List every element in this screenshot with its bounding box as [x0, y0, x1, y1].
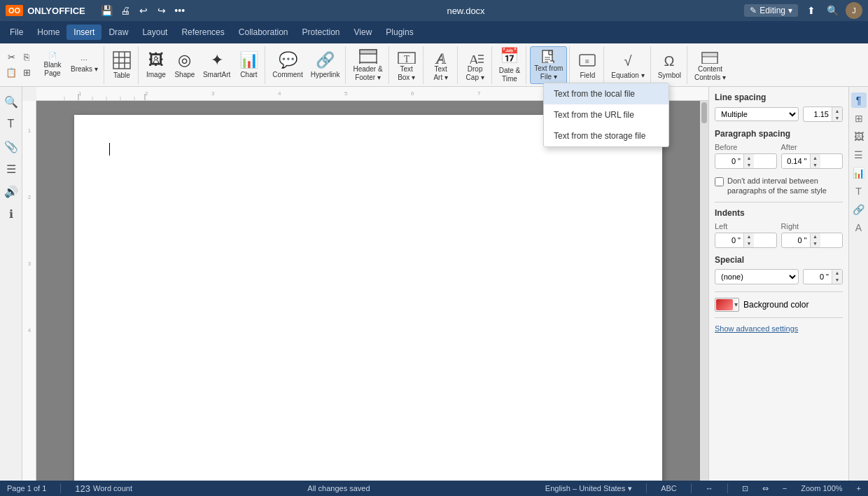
right-sidebar-list[interactable]: ☰ [851, 147, 867, 163]
right-sidebar-table[interactable]: ⊞ [851, 111, 867, 126]
sidebar-audio-icon[interactable]: 🔊 [2, 182, 20, 200]
drop-cap-btn[interactable]: A DropCap ▾ [461, 46, 489, 84]
before-input[interactable] [715, 156, 743, 167]
zoom-out-btn[interactable]: − [783, 484, 787, 492]
menu-file[interactable]: File [3, 25, 30, 40]
special-up[interactable]: ▲ [832, 270, 842, 277]
field-btn[interactable]: ≡ Field [573, 46, 601, 84]
dropdown-url-file[interactable]: Text from the URL file [544, 104, 668, 125]
right-sidebar-text[interactable]: T [851, 184, 867, 199]
vertical-scrollbar[interactable] [700, 101, 708, 481]
sidebar-search-icon[interactable]: 🔍 [2, 92, 20, 111]
shape-btn[interactable]: ◎ Shape [171, 46, 199, 84]
menu-layout[interactable]: Layout [135, 25, 174, 40]
sidebar-attachment-icon[interactable]: 📎 [2, 137, 20, 156]
right-input[interactable] [782, 235, 810, 246]
doc-canvas[interactable] [36, 101, 700, 481]
language-selector[interactable]: English – United States ▾ [545, 484, 632, 493]
left-input[interactable] [715, 235, 743, 246]
cut-btn[interactable]: ✂ [4, 50, 18, 64]
fit-page-btn[interactable]: ⊡ [742, 484, 748, 493]
editing-badge[interactable]: ✎ Editing ▾ [744, 4, 798, 17]
right-down[interactable]: ▼ [811, 240, 820, 247]
language-text: English – United States [545, 484, 625, 492]
line-spacing-up[interactable]: ▲ [832, 107, 842, 114]
blank-page-icon: 📄 [48, 52, 57, 60]
menu-references[interactable]: References [174, 25, 231, 40]
paste-btn[interactable]: 📋 [4, 66, 18, 80]
color-picker-btn[interactable]: ▾ [715, 298, 739, 312]
image-btn[interactable]: 🖼 Image [142, 46, 170, 84]
paste-special-btn[interactable]: ⊞ [20, 66, 34, 80]
menu-plugins[interactable]: Plugins [379, 25, 420, 40]
symbol-btn[interactable]: Ω Symbol [654, 46, 685, 84]
titlebar: OO ONLYOFFICE 💾 🖨 ↩ ↪ ••• new.docx ✎ Edi… [0, 0, 868, 21]
after-down[interactable]: ▼ [811, 161, 820, 168]
blank-page-btn[interactable]: 📄 BlankPage [38, 46, 66, 84]
color-dropdown-arrow[interactable]: ▾ [734, 301, 738, 308]
track-changes-btn[interactable]: ↔ [706, 484, 713, 492]
text-art-btn[interactable]: A TextArt ▾ [427, 46, 455, 84]
vertical-ruler: 1 2 3 4 [22, 101, 36, 481]
fit-width-btn[interactable]: ⇔ [762, 484, 769, 493]
statusbar-sep-3 [691, 483, 692, 493]
menu-protection[interactable]: Protection [295, 25, 347, 40]
menu-draw[interactable]: Draw [102, 25, 135, 40]
sidebar-text-icon[interactable]: T [2, 115, 20, 133]
right-sidebar-paragraph[interactable]: ¶ [851, 92, 867, 108]
comment-btn[interactable]: 💬 Comment [269, 46, 306, 84]
menu-insert[interactable]: Insert [66, 25, 102, 40]
menu-home[interactable]: Home [30, 25, 66, 40]
text-box-btn[interactable]: T TextBox ▾ [393, 46, 421, 84]
right-sidebar-image[interactable]: 🖼 [851, 129, 867, 144]
line-spacing-type[interactable]: Multiple Single 1.5 lines Double At leas… [715, 107, 799, 121]
search-titlebar-btn[interactable]: 🔍 [825, 3, 840, 18]
sidebar-info-icon[interactable]: ℹ [2, 205, 20, 223]
date-time-btn[interactable]: 📅 Date &Time [496, 46, 524, 84]
special-type[interactable]: (none) First line Hanging [715, 269, 799, 284]
word-count-btn[interactable]: 123 Word count [75, 483, 132, 494]
special-down[interactable]: ▼ [832, 277, 842, 284]
share-btn[interactable]: ⬆ [804, 3, 819, 18]
before-down[interactable]: ▼ [744, 161, 754, 168]
equation-btn[interactable]: √ Equation ▾ [608, 46, 648, 84]
doc-page[interactable] [74, 115, 662, 481]
text-from-file-btn[interactable]: Text fromFile ▾ [530, 46, 567, 84]
zoom-in-btn[interactable]: + [857, 484, 861, 492]
right-up[interactable]: ▲ [811, 233, 820, 240]
scrollbar-thumb[interactable] [701, 102, 707, 123]
more-btn[interactable]: ••• [172, 3, 188, 18]
right-sidebar-link[interactable]: 🔗 [851, 202, 867, 217]
avatar[interactable]: J [846, 2, 862, 19]
menu-collaboration[interactable]: Collaboration [232, 25, 295, 40]
table-btn[interactable]: Table [108, 46, 136, 84]
advanced-settings-link[interactable]: Show advanced settings [715, 324, 843, 333]
left-down[interactable]: ▼ [744, 240, 754, 247]
smartart-btn[interactable]: ✦ SmartArt [200, 46, 234, 84]
left-up[interactable]: ▲ [744, 233, 754, 240]
dropdown-local-file[interactable]: Text from the local file [544, 83, 668, 104]
before-up[interactable]: ▲ [744, 154, 754, 161]
header-footer-btn[interactable]: Header &Footer ▾ [349, 46, 386, 84]
print-btn[interactable]: 🖨 [118, 3, 133, 18]
after-input[interactable] [782, 156, 810, 167]
after-up[interactable]: ▲ [811, 154, 820, 161]
right-sidebar-chart[interactable]: 📊 [851, 165, 867, 181]
no-interval-checkbox[interactable] [715, 177, 724, 186]
copy-btn[interactable]: ⎘ [20, 50, 34, 64]
redo-btn[interactable]: ↪ [154, 3, 169, 18]
line-spacing-input[interactable] [804, 109, 832, 120]
sidebar-navigation-icon[interactable]: ☰ [2, 160, 20, 178]
spell-check-btn[interactable]: ABC [661, 484, 677, 492]
special-input[interactable] [804, 271, 832, 282]
menu-view[interactable]: View [347, 25, 379, 40]
dropdown-storage-file[interactable]: Text from the storage file [544, 125, 668, 146]
undo-btn[interactable]: ↩ [136, 3, 151, 18]
content-controls-btn[interactable]: ContentControls ▾ [691, 46, 729, 84]
hyperlink-btn[interactable]: 🔗 Hyperlink [307, 46, 344, 84]
breaks-btn[interactable]: ⋯ Breaks ▾ [67, 46, 102, 84]
line-spacing-down[interactable]: ▼ [832, 114, 842, 121]
right-sidebar-textart[interactable]: A [851, 220, 867, 235]
save-btn[interactable]: 💾 [99, 3, 115, 18]
chart-btn[interactable]: 📊 Chart [234, 46, 262, 84]
